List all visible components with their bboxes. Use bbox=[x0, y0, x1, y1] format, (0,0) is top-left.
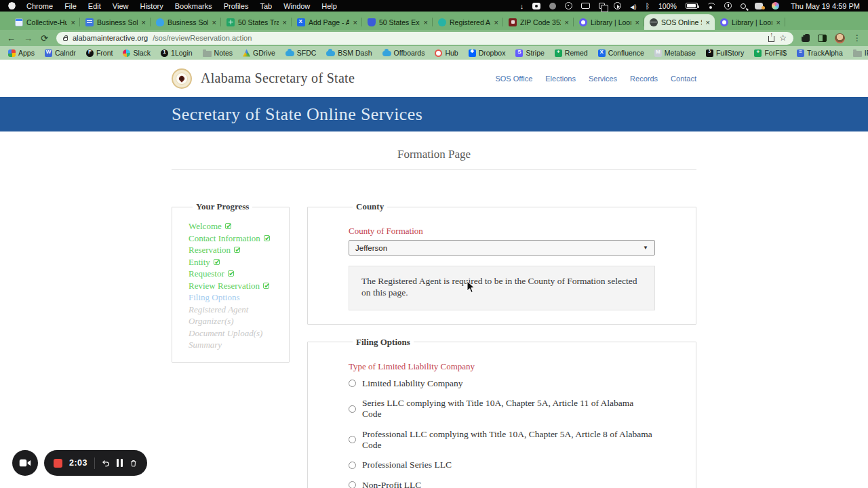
progress-item[interactable]: Reservation bbox=[189, 244, 285, 256]
status-icon[interactable] bbox=[532, 3, 540, 9]
bookmark-item[interactable]: Dropbox bbox=[469, 49, 506, 57]
progress-item[interactable]: Requestor bbox=[189, 268, 285, 280]
progress-item[interactable]: Welcome bbox=[189, 220, 285, 232]
menu-item[interactable]: Help bbox=[321, 2, 337, 10]
bookmark-item[interactable]: ForFil$ bbox=[754, 49, 787, 57]
tab-close-icon[interactable]: × bbox=[776, 18, 781, 26]
bookmark-item[interactable]: FullStory bbox=[706, 49, 744, 57]
bookmark-item[interactable]: 1Login bbox=[161, 49, 193, 57]
bookmark-item[interactable]: Notes bbox=[203, 49, 233, 57]
status-icon[interactable] bbox=[581, 3, 590, 9]
bookmark-item[interactable]: IRS bbox=[853, 49, 868, 57]
bookmark-item[interactable]: GDrive bbox=[243, 49, 275, 57]
tab-close-icon[interactable]: × bbox=[423, 18, 429, 26]
radio-button-icon[interactable] bbox=[349, 380, 356, 387]
tab-close-icon[interactable]: × bbox=[564, 18, 570, 26]
browser-tab[interactable]: 50 States Expan × bbox=[362, 14, 433, 30]
chrome-menu-icon[interactable]: ⋮ bbox=[853, 33, 861, 43]
progress-item[interactable]: Registered Agent bbox=[189, 304, 285, 316]
camera-button[interactable] bbox=[12, 450, 38, 476]
progress-item[interactable]: Summary bbox=[189, 339, 285, 351]
status-icon[interactable] bbox=[549, 3, 556, 9]
tab-close-icon[interactable]: × bbox=[212, 18, 217, 26]
nav-link[interactable]: SOS Office bbox=[495, 75, 532, 83]
bookmark-item[interactable]: Metabase bbox=[654, 49, 696, 57]
bookmark-item[interactable]: Front bbox=[86, 49, 113, 57]
share-icon[interactable] bbox=[768, 36, 774, 42]
browser-tab[interactable]: Library | Loom × bbox=[715, 14, 785, 30]
extensions-icon[interactable] bbox=[802, 34, 810, 42]
status-icon[interactable] bbox=[630, 2, 636, 10]
radio-option[interactable]: Limited Liability Company bbox=[349, 378, 655, 389]
browser-tab[interactable]: ZIP Code 35235 × bbox=[503, 14, 574, 30]
bookmark-star-icon[interactable]: ☆ bbox=[779, 33, 787, 43]
bookmark-item[interactable]: Hub bbox=[435, 49, 458, 57]
radio-button-icon[interactable] bbox=[349, 405, 356, 413]
status-icon[interactable] bbox=[614, 2, 621, 9]
nav-link[interactable]: Records bbox=[630, 75, 658, 83]
menu-item[interactable]: Window bbox=[283, 2, 310, 10]
status-icon[interactable] bbox=[599, 3, 605, 9]
url-bar[interactable]: alabamainteractive.org /sos/reviewReserv… bbox=[56, 32, 793, 45]
status-icon[interactable] bbox=[520, 2, 524, 10]
browser-tab[interactable]: Business Solutio × bbox=[80, 14, 151, 30]
bookmark-item[interactable]: Offboards bbox=[382, 49, 425, 57]
progress-item[interactable]: Entity bbox=[189, 256, 285, 268]
tab-close-icon[interactable]: × bbox=[494, 18, 499, 26]
nav-link[interactable]: Services bbox=[589, 75, 617, 83]
menu-item[interactable]: Tab bbox=[260, 2, 272, 10]
county-select[interactable]: Jefferson ▼ bbox=[349, 240, 655, 256]
bookmark-item[interactable]: BSM Dash bbox=[326, 49, 372, 57]
reload-button[interactable]: ⟳ bbox=[41, 33, 48, 43]
tab-close-icon[interactable]: × bbox=[353, 18, 358, 26]
bookmark-item[interactable]: Remed bbox=[555, 49, 588, 57]
progress-item[interactable]: Document Upload(s) bbox=[189, 327, 285, 340]
menu-item[interactable]: View bbox=[113, 2, 129, 10]
forward-button[interactable]: → bbox=[24, 33, 33, 43]
progress-item[interactable]: Contact Information bbox=[189, 232, 285, 245]
radio-option[interactable]: Professional LLC complying with Title 10… bbox=[349, 429, 655, 451]
status-icon[interactable] bbox=[755, 3, 763, 9]
bookmark-item[interactable]: Slack bbox=[123, 49, 151, 57]
nav-link[interactable]: Elections bbox=[545, 75, 576, 83]
browser-tab[interactable]: Collective-Hub - × bbox=[9, 14, 80, 30]
browser-tab[interactable]: Business Solutio × bbox=[151, 14, 221, 30]
menubar-clock[interactable]: Thu May 19 4:59 PM bbox=[791, 2, 860, 10]
pause-icon[interactable] bbox=[117, 459, 123, 467]
tab-close-icon[interactable]: × bbox=[635, 18, 640, 26]
status-icon[interactable] bbox=[707, 3, 715, 9]
menu-item[interactable]: Profiles bbox=[224, 2, 249, 10]
nav-link[interactable]: Contact bbox=[671, 75, 696, 83]
bookmark-item[interactable]: Stripe bbox=[515, 49, 544, 57]
bookmark-item[interactable]: Confluence bbox=[598, 49, 644, 57]
bookmark-item[interactable]: SFDC bbox=[285, 49, 317, 57]
bookmark-item[interactable]: Apps bbox=[8, 49, 35, 57]
side-panel-icon[interactable] bbox=[818, 35, 827, 42]
back-button[interactable]: ← bbox=[7, 33, 16, 43]
radio-button-icon[interactable] bbox=[349, 481, 356, 488]
menu-item[interactable]: History bbox=[140, 2, 163, 10]
radio-option[interactable]: Non-Profit LLC bbox=[349, 480, 655, 488]
tab-close-icon[interactable]: × bbox=[282, 18, 288, 26]
menu-item[interactable]: File bbox=[64, 2, 77, 10]
browser-tab[interactable]: Registered Agen × bbox=[433, 14, 503, 30]
radio-option[interactable]: Series LLC complying with Title 10A, Cha… bbox=[349, 398, 655, 420]
browser-tab[interactable]: 50 States Tracke × bbox=[221, 14, 292, 30]
progress-item[interactable]: Organizer(s) bbox=[189, 315, 285, 327]
menu-item[interactable]: Edit bbox=[88, 2, 101, 10]
menu-item[interactable]: Bookmarks bbox=[175, 2, 212, 10]
status-icon[interactable] bbox=[645, 2, 650, 10]
tab-close-icon[interactable]: × bbox=[705, 18, 711, 26]
radio-button-icon[interactable] bbox=[349, 462, 356, 469]
undo-icon[interactable] bbox=[102, 458, 110, 468]
menu-item[interactable]: Chrome bbox=[26, 2, 53, 10]
progress-item[interactable]: Filing Options bbox=[189, 291, 285, 304]
tab-close-icon[interactable]: × bbox=[71, 18, 76, 26]
browser-tab[interactable]: Add Page - Alab × bbox=[292, 14, 362, 30]
apple-icon[interactable] bbox=[8, 2, 16, 9]
profile-avatar[interactable] bbox=[835, 33, 845, 43]
progress-item[interactable]: Review Reservation bbox=[189, 280, 285, 292]
trash-icon[interactable] bbox=[130, 458, 138, 468]
status-icon[interactable] bbox=[724, 2, 732, 9]
browser-tab[interactable]: SOS Online Serv × bbox=[644, 14, 715, 30]
